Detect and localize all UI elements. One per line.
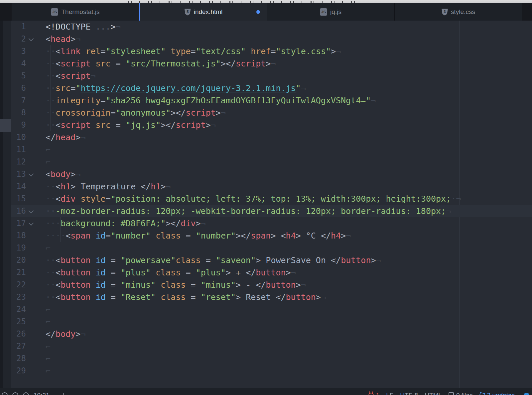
line-number[interactable]: 12 <box>11 156 26 168</box>
line-number[interactable]: 8 <box>11 107 26 119</box>
code-text[interactable]: ··<script src = "src/Thermostat.js"></sc… <box>46 57 532 70</box>
code-line[interactable]: 13<body>¬ <box>11 168 532 180</box>
code-text[interactable]: ¬ <box>46 156 532 168</box>
code-text[interactable]: ··<script src = "jq.js"></script>¬ <box>46 119 532 131</box>
line-number[interactable]: 17 <box>11 217 26 230</box>
code-text[interactable]: ··src="https://code.jquery.com/jquery-3.… <box>46 82 532 94</box>
line-number[interactable]: 27 <box>11 340 26 352</box>
line-number[interactable]: 21 <box>11 266 26 279</box>
line-number[interactable]: 18 <box>11 230 26 242</box>
code-text[interactable]: <body>¬ <box>46 168 532 180</box>
code-text[interactable]: ¬ <box>46 144 532 156</box>
encoding-indicator[interactable]: UTF-8 <box>400 392 418 395</box>
code-text[interactable]: ¬ <box>46 242 532 254</box>
line-number[interactable]: 6 <box>11 82 26 94</box>
code-line[interactable]: 20··<button id = "powersave"class = "sav… <box>11 254 532 266</box>
code-line[interactable]: 6··src="https://code.jquery.com/jquery-3… <box>11 82 532 94</box>
code-text[interactable]: ¬ <box>46 303 532 316</box>
fold-chevron-icon[interactable] <box>29 208 34 214</box>
line-number[interactable]: 15 <box>11 193 26 205</box>
tab-index-html[interactable]: 5index.html <box>139 3 267 21</box>
lint-errors[interactable]: 1 <box>368 392 380 395</box>
code-line[interactable]: 28¬ <box>11 352 532 365</box>
code-line[interactable]: 26</body>¬ <box>11 328 532 340</box>
code-line[interactable]: 16··-moz-border-radius: 120px; -webkit-b… <box>11 205 532 217</box>
code-text[interactable]: ··<button id = "Reset" class = "reset"> … <box>46 291 532 303</box>
line-number[interactable]: 14 <box>11 180 26 193</box>
status-circle-icon[interactable] <box>12 392 18 395</box>
cursor-position[interactable]: 10:21 <box>34 392 50 395</box>
code-text[interactable]: ··<div style="position: absolute; left: … <box>46 193 532 205</box>
code-line[interactable]: 18····<span id="number" class = "number"… <box>11 230 532 242</box>
line-number[interactable]: 2 <box>11 33 26 45</box>
code-line[interactable]: 1<!DOCTYPE ...>¬ <box>11 21 532 33</box>
code-line[interactable]: 2<head>¬ <box>11 33 532 45</box>
code-line[interactable]: 10</head>¬ <box>11 131 532 144</box>
code-text[interactable]: ··crossorigin="anonymous"></script>¬ <box>46 107 532 119</box>
code-line[interactable]: 23··<button id = "Reset" class = "reset"… <box>11 291 532 303</box>
tab-thermostat-js[interactable]: JSThermostat.js <box>12 3 139 21</box>
notification-icon[interactable] <box>521 393 529 395</box>
text-editor[interactable]: 1<!DOCTYPE ...>¬2<head>¬3··<link rel="st… <box>11 21 532 388</box>
line-number[interactable]: 4 <box>11 57 26 70</box>
line-number[interactable]: 7 <box>11 94 26 107</box>
code-text[interactable]: ····<span id="number" class = "number"><… <box>46 230 532 242</box>
line-number[interactable]: 13 <box>11 168 26 180</box>
code-line[interactable]: 27¬ <box>11 340 532 352</box>
line-ending-indicator[interactable]: LF <box>386 392 393 395</box>
code-line[interactable]: 24¬ <box>11 303 532 316</box>
code-text[interactable]: ··<button id = "minus" class = "minus"> … <box>46 279 532 291</box>
code-text[interactable]: <head>¬ <box>46 33 532 45</box>
line-number[interactable]: 5 <box>11 70 26 82</box>
git-status[interactable]: 0 files <box>449 392 473 395</box>
line-number[interactable]: 19 <box>11 242 26 254</box>
status-circle-icon[interactable] <box>2 392 8 395</box>
code-text[interactable]: ··<h1> Temperature </h1>¬ <box>46 180 532 193</box>
code-text[interactable]: ··<button id = "plus" class = "plus"> + … <box>46 266 532 279</box>
code-line[interactable]: 3··<link rel="stylesheet" type="text/css… <box>11 45 532 57</box>
code-text[interactable]: </body>¬ <box>46 328 532 340</box>
line-number[interactable]: 1 <box>11 21 26 33</box>
code-line[interactable]: 4··<script src = "src/Thermostat.js"></s… <box>11 57 532 70</box>
code-text[interactable]: ¬ <box>46 352 532 365</box>
grammar-indicator[interactable]: HTML <box>425 392 442 395</box>
line-number[interactable]: 25 <box>11 316 26 328</box>
code-line[interactable]: 11¬ <box>11 144 532 156</box>
line-number[interactable]: 10 <box>11 131 26 144</box>
code-line[interactable]: 29¬ <box>11 365 532 377</box>
code-text[interactable]: ¬ <box>46 365 532 377</box>
fold-chevron-icon[interactable] <box>29 221 34 226</box>
line-number[interactable]: 9 <box>11 119 26 131</box>
line-number[interactable]: 28 <box>11 352 26 365</box>
line-number[interactable]: 3 <box>11 45 26 57</box>
code-line[interactable]: 8··crossorigin="anonymous"></script>¬ <box>11 107 532 119</box>
code-line[interactable]: 19¬ <box>11 242 532 254</box>
code-text[interactable]: ··<script¬ <box>46 70 532 82</box>
fold-chevron-icon[interactable] <box>29 36 34 42</box>
code-line[interactable]: 12¬ <box>11 156 532 168</box>
line-number[interactable]: 26 <box>11 328 26 340</box>
code-line[interactable]: 17···background: #D8F6FA;"></div>¬ <box>11 217 532 230</box>
status-circle-icon[interactable] <box>23 392 29 395</box>
code-text[interactable]: ¬ <box>46 316 532 328</box>
code-line[interactable]: 9··<script src = "jq.js"></script>¬ <box>11 119 532 131</box>
code-text[interactable]: ··<button id = "powersave"class = "saveo… <box>46 254 532 266</box>
line-number[interactable]: 11 <box>11 144 26 156</box>
code-line[interactable]: 25¬ <box>11 316 532 328</box>
tab-jq-js[interactable]: JSjq.js <box>267 3 395 21</box>
package-updates[interactable]: 2 updates <box>479 392 515 395</box>
code-line[interactable]: 5··<script¬ <box>11 70 532 82</box>
code-line[interactable]: 22··<button id = "minus" class = "minus"… <box>11 279 532 291</box>
code-text[interactable]: ··<link rel="stylesheet" type="text/css"… <box>46 45 532 57</box>
line-number[interactable]: 22 <box>11 279 26 291</box>
line-number[interactable]: 23 <box>11 291 26 303</box>
fold-chevron-icon[interactable] <box>29 171 34 177</box>
tab-style-css[interactable]: 3style.css <box>395 3 522 21</box>
line-number[interactable]: 29 <box>11 365 26 377</box>
code-text[interactable]: ··integrity="sha256-hwg4gsxgFZhOsEEamdOY… <box>46 94 532 107</box>
code-text[interactable]: ¬ <box>46 340 532 352</box>
code-text[interactable]: <!DOCTYPE ...>¬ <box>46 21 532 33</box>
code-line[interactable]: 14··<h1> Temperature </h1>¬ <box>11 180 532 193</box>
line-number[interactable]: 20 <box>11 254 26 266</box>
line-number[interactable]: 16 <box>11 205 26 217</box>
